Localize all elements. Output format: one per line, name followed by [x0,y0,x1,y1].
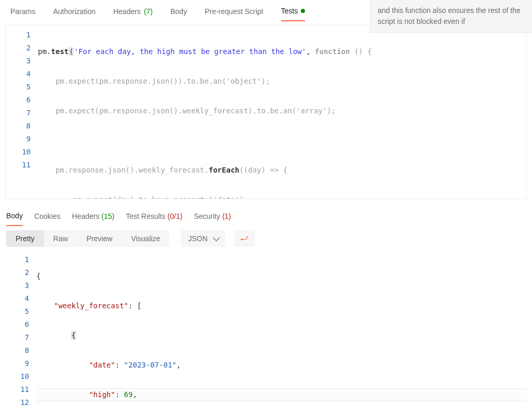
line-number: 9 [9,133,31,146]
view-mode-row: Pretty Raw Preview Visualize JSON ⮐ [0,226,532,251]
res-tab-cookies[interactable]: Cookies [34,210,61,226]
line-number: 2 [7,266,29,279]
json-token: "date" [89,361,115,369]
tab-tests-label: Tests [281,7,298,15]
response-tabs: Body Cookies Headers (15) Test Results (… [0,204,532,226]
res-tab-security[interactable]: Security (1) [194,210,231,226]
tab-headers[interactable]: Headers (7) [113,4,153,21]
chevron-down-icon [212,234,220,242]
line-number: 8 [9,120,31,133]
json-token: "high" [89,390,115,399]
line-number: 11 [7,383,29,396]
tab-params[interactable]: Params [10,4,35,21]
res-tab-security-count: (1) [222,212,231,220]
code-token: pm.expect(day).to.have.property('date'); [38,195,248,199]
line-number: 7 [7,331,29,344]
format-label: JSON [188,234,207,243]
view-visualize[interactable]: Visualize [122,230,169,247]
tab-headers-count: (7) [144,7,153,16]
tab-body[interactable]: Body [170,4,187,21]
json-token: 69 [124,390,133,399]
line-number: 4 [7,292,29,305]
json-token: : [ [128,301,141,310]
res-tab-headers-label: Headers [72,212,100,220]
line-number: 3 [9,55,31,68]
code-token: 'For each day, the high must be greater … [74,47,306,56]
wrap-lines-button[interactable]: ⮐ [234,230,255,247]
res-tab-body[interactable]: Body [6,209,23,226]
line-number: 6 [7,318,29,331]
format-dropdown[interactable]: JSON [181,230,225,247]
line-number: 6 [9,94,31,107]
res-tab-test-results-count: (0/1) [167,212,182,220]
code-token: pm.expect(pm.response.json().weekly_fore… [38,107,336,115]
tab-tests[interactable]: Tests [281,4,305,21]
json-token: "2023-07-01" [124,361,177,369]
json-token: { [71,331,75,339]
code-token: pm. [38,47,51,56]
editor-code[interactable]: pm.test('For each day, the high must be … [38,25,526,199]
view-raw[interactable]: Raw [44,230,77,247]
line-number: 8 [7,344,29,357]
line-number: 10 [7,370,29,383]
tab-headers-label: Headers [113,7,141,16]
code-token: function [315,47,350,56]
res-tab-security-label: Security [194,212,220,220]
line-number: 1 [9,29,31,42]
view-pretty[interactable]: Pretty [6,230,44,247]
code-token: test [51,47,69,56]
view-mode-group: Pretty Raw Preview Visualize [6,230,169,247]
res-tab-test-results[interactable]: Test Results (0/1) [126,210,182,226]
line-number: 7 [9,107,31,120]
view-preview[interactable]: Preview [77,230,122,247]
code-token: ( [69,47,74,56]
code-token: () { [350,47,371,56]
code-token: , [306,47,315,56]
hint-text: and this function also ensures the rest … [378,6,521,25]
res-tab-test-results-label: Test Results [126,212,165,220]
response-body: 1 2 3 4 5 6 7 8 9 10 11 12 { "weekly_for… [5,251,527,420]
response-gutter: 1 2 3 4 5 6 7 8 9 10 11 12 [5,251,36,420]
tab-authorization[interactable]: Authorization [53,4,96,21]
hint-tooltip: and this function also ensures the rest … [370,0,532,33]
code-token: pm.expect(pm.response.json()).to.be.an('… [38,77,270,85]
line-number: 1 [7,253,29,266]
line-number: 12 [7,396,29,409]
line-number: 5 [7,305,29,318]
res-tab-headers[interactable]: Headers (15) [72,210,115,226]
line-number: 11 [9,159,31,172]
response-code[interactable]: { "weekly_forecast": [ { "date": "2023-0… [36,251,527,420]
tab-prerequest[interactable]: Pre-request Script [205,4,263,21]
res-tab-headers-count: (15) [101,212,114,220]
unsaved-dot-icon [301,9,305,13]
wrap-icon: ⮐ [240,234,248,243]
code-token: pm.response.json().weekly_forecast. [38,166,209,174]
line-number: 2 [9,42,31,55]
line-number: 5 [9,81,31,94]
code-token: ((day) => { [240,166,288,174]
line-number: 9 [7,357,29,370]
json-token: { [36,272,41,280]
tests-editor[interactable]: 1 2 3 4 5 6 7 8 9 10 11 pm.test('For eac… [5,25,527,199]
code-token: forEach [209,166,240,174]
editor-gutter: 1 2 3 4 5 6 7 8 9 10 11 [6,25,38,199]
line-number: 3 [7,279,29,292]
line-number: 4 [9,68,31,81]
json-token: "weekly_forecast" [54,301,128,310]
line-number: 10 [9,146,31,159]
